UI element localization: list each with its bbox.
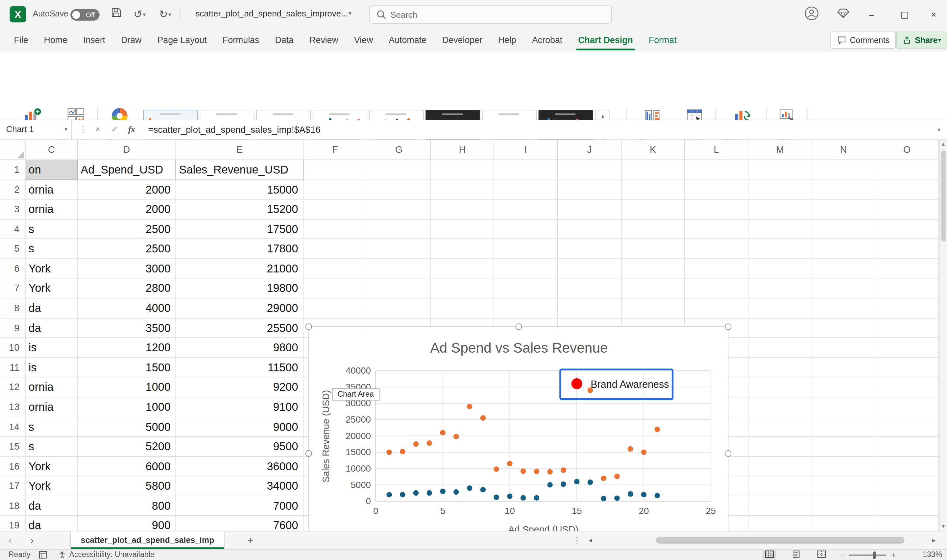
cell-M12[interactable] (748, 378, 812, 397)
cell-C8[interactable]: da (26, 298, 78, 318)
cell-L8[interactable] (685, 298, 748, 318)
cell-I4[interactable] (494, 220, 558, 239)
cell-D12[interactable]: 1000 (78, 378, 176, 397)
cell-K3[interactable] (622, 200, 685, 220)
cell-M11[interactable] (748, 358, 812, 378)
row-header-18[interactable]: 18 (0, 496, 26, 516)
row-header-2[interactable]: 2 (0, 180, 26, 200)
cell-N6[interactable] (812, 259, 875, 279)
column-header-M[interactable]: M (748, 140, 812, 160)
cell-G3[interactable] (367, 200, 431, 220)
zoom-slider-track[interactable] (849, 554, 886, 556)
cell-C5[interactable]: s (26, 239, 78, 259)
cell-E7[interactable]: 19800 (176, 279, 303, 298)
cell-M18[interactable] (748, 496, 812, 516)
cell-E17[interactable]: 34000 (176, 477, 303, 496)
row-header-19[interactable]: 19 (0, 516, 26, 531)
cell-D14[interactable]: 5000 (78, 417, 176, 437)
cell-N1[interactable] (812, 160, 875, 180)
confirm-entry-button[interactable]: ✓ (107, 120, 123, 139)
row-header-5[interactable]: 5 (0, 239, 26, 259)
cell-D7[interactable]: 2800 (78, 279, 176, 298)
ribbon-tab-draw[interactable]: Draw (113, 29, 149, 52)
cell-I5[interactable] (494, 239, 558, 259)
cell-C19[interactable]: da (26, 516, 78, 531)
ribbon-tab-data[interactable]: Data (267, 29, 302, 52)
sheet-nav-prev-icon[interactable]: ‹ (9, 531, 12, 549)
cell-E10[interactable]: 9800 (176, 338, 303, 358)
zoom-in-button[interactable]: + (891, 550, 896, 560)
cell-K4[interactable] (622, 220, 685, 239)
save-button[interactable] (107, 6, 125, 22)
zoom-level[interactable]: 133% (923, 550, 942, 560)
document-title[interactable]: scatter_plot_ad_spend_sales_improve...▾ (195, 9, 351, 18)
column-header-O[interactable]: O (875, 140, 939, 160)
row-header-8[interactable]: 8 (0, 298, 26, 318)
row-header-4[interactable]: 4 (0, 220, 26, 239)
zoom-slider-thumb[interactable] (873, 551, 876, 559)
cell-O5[interactable] (875, 239, 939, 259)
cell-N9[interactable] (812, 318, 875, 338)
cell-F2[interactable] (303, 180, 367, 200)
cell-O11[interactable] (875, 358, 939, 378)
cell-M4[interactable] (748, 220, 812, 239)
cell-J4[interactable] (558, 220, 622, 239)
cell-N12[interactable] (812, 378, 875, 397)
cell-I3[interactable] (494, 200, 558, 220)
cell-D10[interactable]: 1200 (78, 338, 176, 358)
cell-O1[interactable] (875, 160, 939, 180)
cell-I1[interactable] (494, 160, 558, 180)
ribbon-tab-format[interactable]: Format (641, 29, 685, 52)
cell-M2[interactable] (748, 180, 812, 200)
cell-O13[interactable] (875, 397, 939, 417)
cell-H6[interactable] (431, 259, 494, 279)
vscroll-thumb[interactable] (941, 151, 947, 242)
row-header-11[interactable]: 11 (0, 358, 26, 378)
ribbon-tab-insert[interactable]: Insert (75, 29, 113, 52)
cell-I8[interactable] (494, 298, 558, 318)
search-box[interactable]: Search (369, 6, 611, 24)
undo-button[interactable]: ↺▾ (129, 6, 150, 22)
cell-J3[interactable] (558, 200, 622, 220)
cell-E15[interactable]: 9500 (176, 437, 303, 457)
cell-I2[interactable] (494, 180, 558, 200)
ribbon-tab-view[interactable]: View (346, 29, 381, 52)
close-button[interactable]: × (920, 0, 947, 29)
cell-G6[interactable] (367, 259, 431, 279)
comments-button[interactable]: Comments (831, 32, 896, 49)
cell-O2[interactable] (875, 180, 939, 200)
cell-J1[interactable] (558, 160, 622, 180)
accessibility-status[interactable]: Accessibility: Unavailable (69, 550, 154, 560)
cell-I6[interactable] (494, 259, 558, 279)
page-break-view-button[interactable] (815, 550, 828, 560)
hscroll-right-icon[interactable]: ► (931, 531, 936, 549)
sheet-nav-next-icon[interactable]: › (30, 531, 34, 549)
premium-features-button[interactable] (834, 6, 852, 22)
cell-I7[interactable] (494, 279, 558, 298)
cell-O4[interactable] (875, 220, 939, 239)
cell-C9[interactable]: da (26, 318, 78, 338)
column-header-L[interactable]: L (685, 140, 748, 160)
cell-L5[interactable] (685, 239, 748, 259)
cell-G2[interactable] (367, 180, 431, 200)
cell-O7[interactable] (875, 279, 939, 298)
cell-J5[interactable] (558, 239, 622, 259)
cell-J8[interactable] (558, 298, 622, 318)
cell-H3[interactable] (431, 200, 494, 220)
cell-D15[interactable]: 5200 (78, 437, 176, 457)
cell-C11[interactable]: is (26, 358, 78, 378)
column-header-F[interactable]: F (303, 140, 367, 160)
cell-G7[interactable] (367, 279, 431, 298)
cell-F1[interactable] (303, 160, 367, 180)
cell-J6[interactable] (558, 259, 622, 279)
page-layout-view-button[interactable] (789, 550, 803, 560)
cell-N4[interactable] (812, 220, 875, 239)
ribbon-tab-home[interactable]: Home (36, 29, 75, 52)
cell-H5[interactable] (431, 239, 494, 259)
name-box[interactable]: Chart 1 ▾ (0, 120, 72, 139)
accessibility-icon[interactable] (58, 551, 66, 560)
row-header-13[interactable]: 13 (0, 397, 26, 417)
cell-C2[interactable]: ornia (26, 180, 78, 200)
cell-E12[interactable]: 9200 (176, 378, 303, 397)
row-header-7[interactable]: 7 (0, 279, 26, 298)
